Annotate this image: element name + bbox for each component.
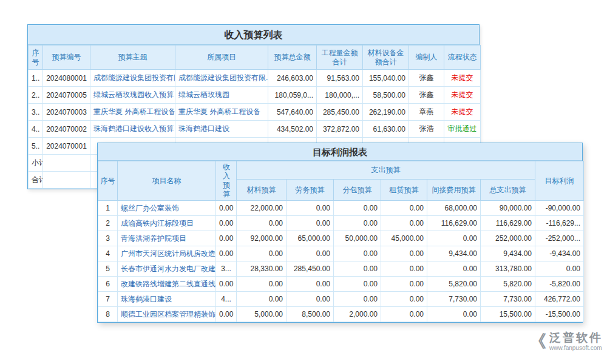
project-name-link[interactable]: 成渝高铁内江标段项目 [118,216,216,231]
lease-budget-value: 0.00 [381,261,427,277]
total-label: 合计 [29,172,43,189]
col-labor-budget: 劳务预算 [287,180,334,201]
subcontract-budget-value: 2,000.00 [334,307,381,322]
budget-subject-link[interactable]: 重庆华夏 外高桥工程设备... [90,104,175,121]
budget-subject-link[interactable]: 成都能源建设集团投资有限... [90,70,175,87]
budget-total-amount: 434,502.00 [268,121,317,138]
project-name-link[interactable]: 珠海鹤港口建设 [118,292,216,307]
project-name-link[interactable]: 改建铁路线增建第二线直通线 [118,277,216,292]
flow-status-link[interactable]: 审批通过 [444,121,481,138]
col-project-name: 项目名称 [118,161,216,201]
total-expense-value: 15,500.00 [481,307,535,322]
income-budget-value: 4... [216,292,237,307]
total-expense-value: 90,000.00 [481,201,535,216]
author-name: 张鑫 [409,70,444,87]
labor-budget-value: 0.00 [287,216,334,231]
material-budget-value: 92,000.00 [237,231,287,246]
profit-report-window: 目标利润报表 序号 项目名称 收入预算 支出预算 目标利润 材料预算 劳务预算 … [97,143,583,323]
material-equipment-amount: 61,630.00 [363,121,409,138]
material-budget-value: 28,330.00 [237,261,287,277]
row-index: 5 [98,261,118,277]
project-name-link[interactable]: 顺德工业园区档案管理精装饰工 [118,307,216,322]
project-name-link[interactable]: 长春市伊通河水力发电厂改建工 [118,261,216,277]
budget-subject-link[interactable]: 珠海鹤港口建设收入预算 [90,121,175,138]
material-budget-value: 0.00 [237,246,287,261]
author-name: 张浩 [409,121,444,138]
col-target-profit: 目标利润 [535,161,584,201]
profit-table-row: 4广州市天河区统计局机房改造项0.000.000.000.000.009,434… [98,246,584,261]
budget-subject-link[interactable]: 绿城云栖玫瑰园收入预算 [90,87,175,104]
col-lease-budget: 租赁预算 [381,180,427,201]
fanpu-fan-icon: 《 [529,331,546,352]
col-budget-code: 预算编号 [43,46,90,70]
income-budget-value: 0.00 [216,216,237,231]
col-subcontract-budget: 分包预算 [334,180,381,201]
flow-status-link[interactable]: 未提交 [444,70,481,87]
lease-budget-value: 45,000.00 [381,231,427,246]
row-index: 2.. [29,87,43,104]
labor-budget-value: 8,500.00 [287,307,334,322]
col-indirect-budget: 间接费用预算 [427,180,481,201]
col-expense-group: 支出预算 [237,161,535,180]
author-name: 张鑫 [409,87,444,104]
material-equipment-amount: 58,500.00 [363,87,409,104]
row-index: 6 [98,277,118,292]
profit-table-row: 1螺丝厂办公室装饰0.0022,000.000.000.000.0068,000… [98,201,584,216]
budget-code: 2024080001 [43,70,90,87]
indirect-budget-value: 0.00 [427,261,481,277]
subcontract-budget-value: 0.00 [334,201,381,216]
lease-budget-value: 0.00 [381,246,427,261]
profit-report-table: 序号 项目名称 收入预算 支出预算 目标利润 材料预算 劳务预算 分包预算 租赁… [98,161,584,322]
flow-status-link[interactable]: 未提交 [444,87,481,104]
row-index: 3 [98,231,118,246]
profit-table-row: 3青海洪湖养护院项目0.0092,000.0065,000.0050,000.0… [98,231,584,246]
income-table-row: 4..2024070002珠海鹤港口建设收入预算珠海鹤港口建设434,502.0… [29,121,481,138]
target-profit-value: 0.00 [535,261,584,277]
fanpu-brand-name: 泛普软件 [549,331,603,345]
row-index: 8 [98,307,118,322]
income-budget-value: 0.00 [216,307,237,322]
project-link[interactable]: 绿城云栖玫瑰园 [175,87,268,104]
material-equipment-amount: 262,190.00 [363,104,409,121]
budget-code: 2024070001 [43,138,90,155]
indirect-budget-value: 68,000.00 [427,201,481,216]
project-link[interactable]: 珠海鹤港口建设 [175,121,268,138]
project-link[interactable]: 成都能源建设集团投资有限... [175,70,268,87]
lease-budget-value: 0.00 [381,277,427,292]
income-budget-title: 收入预算列表 [28,25,479,45]
flow-status-link[interactable]: 未提交 [444,104,481,121]
target-profit-value: -15,500.00 [535,307,584,322]
project-link[interactable]: 重庆华夏 外高桥工程设备 [175,104,268,121]
lease-budget-value: 0.00 [381,201,427,216]
work-quantity-amount: 372,872.00 [317,121,363,138]
fanpu-logo: 《 泛普软件 www.fanpusoft.com [529,331,603,352]
income-table-row: 2..2024070005绿城云栖玫瑰园收入预算绿城云栖玫瑰园180,059,0… [29,87,481,104]
col-project: 所属项目 [175,46,268,70]
budget-code: 2024070005 [43,87,90,104]
profit-table-row: 8顺德工业园区档案管理精装饰工0.005,000.008,500.002,000… [98,307,584,322]
project-name-link[interactable]: 螺丝厂办公室装饰 [118,201,216,216]
total-expense-value: 252,000.00 [481,231,535,246]
material-budget-value: 5,000.00 [237,307,287,322]
material-equipment-amount: 155,040.00 [363,70,409,87]
col-material-amount: 材料设备金额合计 [363,46,409,70]
indirect-budget-value: 0.00 [427,231,481,246]
row-index: 3.. [29,104,43,121]
target-profit-value: -90,000.00 [535,201,584,216]
labor-budget-value: 0.00 [287,201,334,216]
work-quantity-amount: 285,450.00 [317,104,363,121]
indirect-budget-value: 7,730.00 [427,292,481,307]
income-table-row: 1..2024080001成都能源建设集团投资有限...成都能源建设集团投资有限… [29,70,481,87]
budget-code: 2024070003 [43,104,90,121]
total-expense-value: 7,730.00 [481,292,535,307]
row-index: 2 [98,216,118,231]
col-work-amount: 工程量金额合计 [317,46,363,70]
col-author: 编制人 [409,46,444,70]
empty-cell [43,172,90,189]
project-name-link[interactable]: 青海洪湖养护院项目 [118,231,216,246]
fanpu-logo-text: 泛普软件 www.fanpusoft.com [549,331,603,352]
material-budget-value: 0.00 [237,277,287,292]
project-name-link[interactable]: 广州市天河区统计局机房改造项 [118,246,216,261]
income-header-row: 序号 预算编号 预算主题 所属项目 预算总金额 工程量金额合计 材料设备金额合计… [29,46,481,70]
profit-report-title: 目标利润报表 [98,143,582,161]
